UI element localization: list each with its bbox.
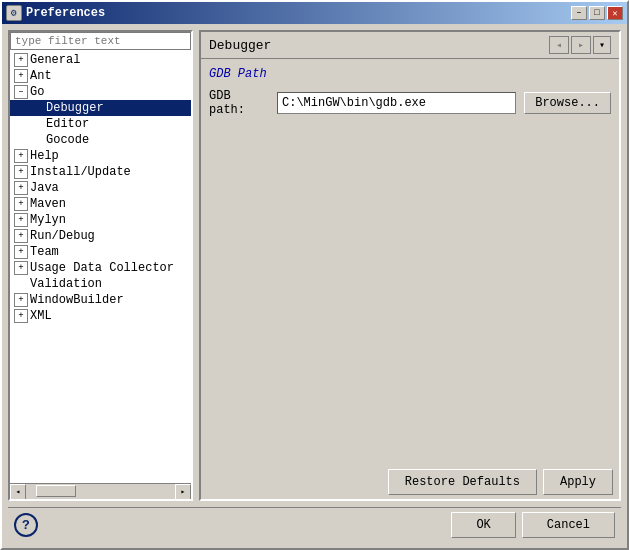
sidebar-item-debugger[interactable]: Debugger [10, 100, 191, 116]
right-panel: Debugger ◂ ▸ ▾ GDB Path GDB path: Browse… [199, 30, 621, 501]
sidebar-item-ant[interactable]: + Ant [10, 68, 191, 84]
scroll-right-button[interactable]: ▸ [175, 484, 191, 500]
panel-body: GDB Path GDB path: Browse... [201, 59, 619, 465]
gdb-path-input[interactable] [277, 92, 516, 114]
sidebar-scrollbar: ◂ ▸ [10, 483, 191, 499]
window-title: Preferences [26, 6, 571, 20]
gdb-path-row: GDB path: Browse... [209, 89, 611, 117]
sidebar: + General + Ant – Go [8, 30, 193, 501]
expander-ant[interactable]: + [14, 69, 28, 83]
section-label-gdb-path: GDB Path [209, 67, 611, 81]
nav-dropdown-button[interactable]: ▾ [593, 36, 611, 54]
bottom-buttons-row: Restore Defaults Apply [201, 465, 619, 499]
title-bar-buttons: – □ ✕ [571, 6, 623, 20]
expander-install[interactable]: + [14, 165, 28, 179]
expander-help[interactable]: + [14, 149, 28, 163]
sidebar-label-mylyn: Mylyn [30, 213, 66, 227]
sidebar-label-maven: Maven [30, 197, 66, 211]
preferences-window: ⚙ Preferences – □ ✕ + General [0, 0, 629, 550]
ok-button[interactable]: OK [451, 512, 515, 538]
sidebar-label-team: Team [30, 245, 59, 259]
sidebar-item-windowbuilder[interactable]: + WindowBuilder [10, 292, 191, 308]
sidebar-item-go[interactable]: – Go [10, 84, 191, 100]
expander-go[interactable]: – [14, 85, 28, 99]
help-button[interactable]: ? [14, 513, 38, 537]
sidebar-label-run-debug: Run/Debug [30, 229, 95, 243]
restore-defaults-button[interactable]: Restore Defaults [388, 469, 537, 495]
expander-xml[interactable]: + [14, 309, 28, 323]
gdb-path-label: GDB path: [209, 89, 269, 117]
expander-java[interactable]: + [14, 181, 28, 195]
sidebar-item-run-debug[interactable]: + Run/Debug [10, 228, 191, 244]
panel-title: Debugger [209, 38, 271, 53]
scroll-track [26, 484, 175, 500]
sidebar-label-install: Install/Update [30, 165, 131, 179]
window-body: + General + Ant – Go [2, 24, 627, 548]
sidebar-item-gocode[interactable]: Gocode [10, 132, 191, 148]
expander-windowbuilder[interactable]: + [14, 293, 28, 307]
close-button[interactable]: ✕ [607, 6, 623, 20]
sidebar-label-editor: Editor [46, 117, 89, 131]
sidebar-item-help[interactable]: + Help [10, 148, 191, 164]
expander-general[interactable]: + [14, 53, 28, 67]
footer-buttons: OK Cancel [451, 512, 615, 538]
sidebar-label-usage: Usage Data Collector [30, 261, 174, 275]
expander-usage[interactable]: + [14, 261, 28, 275]
sidebar-label-help: Help [30, 149, 59, 163]
nav-forward-button[interactable]: ▸ [571, 36, 591, 54]
footer: ? OK Cancel [8, 507, 621, 542]
expander-maven[interactable]: + [14, 197, 28, 211]
sidebar-item-validation[interactable]: Validation [10, 276, 191, 292]
sidebar-item-team[interactable]: + Team [10, 244, 191, 260]
sidebar-label-java: Java [30, 181, 59, 195]
expander-mylyn[interactable]: + [14, 213, 28, 227]
panel-header: Debugger ◂ ▸ ▾ [201, 32, 619, 59]
main-content: + General + Ant – Go [8, 30, 621, 501]
sidebar-item-install-update[interactable]: + Install/Update [10, 164, 191, 180]
sidebar-label-gocode: Gocode [46, 133, 89, 147]
expander-run-debug[interactable]: + [14, 229, 28, 243]
filter-input[interactable] [10, 32, 191, 50]
title-bar: ⚙ Preferences – □ ✕ [2, 2, 627, 24]
sidebar-item-general[interactable]: + General [10, 52, 191, 68]
sidebar-label-debugger: Debugger [46, 101, 104, 115]
sidebar-item-usage-data[interactable]: + Usage Data Collector [10, 260, 191, 276]
sidebar-item-editor[interactable]: Editor [10, 116, 191, 132]
sidebar-item-maven[interactable]: + Maven [10, 196, 191, 212]
sidebar-item-xml[interactable]: + XML [10, 308, 191, 324]
nav-back-button[interactable]: ◂ [549, 36, 569, 54]
tree-area: + General + Ant – Go [10, 50, 191, 483]
sidebar-label-windowbuilder: WindowBuilder [30, 293, 124, 307]
cancel-button[interactable]: Cancel [522, 512, 615, 538]
sidebar-item-mylyn[interactable]: + Mylyn [10, 212, 191, 228]
sidebar-item-java[interactable]: + Java [10, 180, 191, 196]
scroll-thumb[interactable] [36, 485, 76, 497]
minimize-button[interactable]: – [571, 6, 587, 20]
apply-button[interactable]: Apply [543, 469, 613, 495]
maximize-button[interactable]: □ [589, 6, 605, 20]
sidebar-label-validation: Validation [30, 277, 102, 291]
panel-nav: ◂ ▸ ▾ [549, 36, 611, 54]
scroll-left-button[interactable]: ◂ [10, 484, 26, 500]
sidebar-label-go: Go [30, 85, 44, 99]
window-icon: ⚙ [6, 5, 22, 21]
sidebar-label-ant: Ant [30, 69, 52, 83]
sidebar-label-general: General [30, 53, 80, 67]
browse-button[interactable]: Browse... [524, 92, 611, 114]
sidebar-label-xml: XML [30, 309, 52, 323]
expander-team[interactable]: + [14, 245, 28, 259]
